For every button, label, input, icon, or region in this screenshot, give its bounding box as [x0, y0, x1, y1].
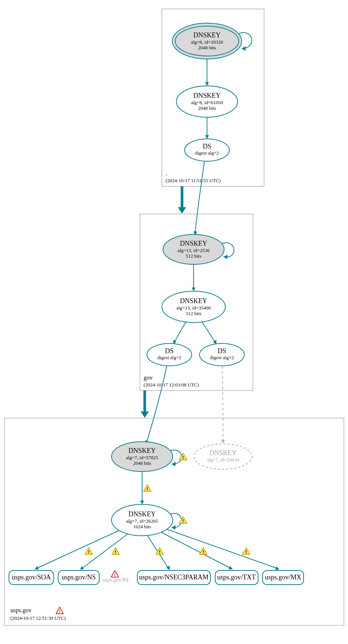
node-rr-ns: usps.gov/NS — [58, 570, 99, 585]
svg-text:!: ! — [88, 550, 90, 555]
svg-text:alg=13, id=2536: alg=13, id=2536 — [178, 248, 210, 253]
node-root-ksk: DNSKEY alg=8, id=20326 2048 bits — [172, 23, 242, 59]
svg-text:alg=7, id=26265: alg=7, id=26265 — [126, 518, 158, 524]
node-rr-soa: usps.gov/SOA — [9, 570, 54, 585]
svg-marker-10 — [205, 82, 209, 86]
svg-text:1024 bits: 1024 bits — [133, 524, 151, 529]
node-usps-ksk: DNSKEY alg=7, id=57825 2048 bits — [112, 442, 173, 472]
svg-marker-35 — [141, 411, 149, 418]
node-rr-ns-err: usps.gov/NS — [103, 577, 129, 583]
svg-text:alg=8, id=20326: alg=8, id=20326 — [191, 39, 223, 45]
warn-icon: ! — [242, 548, 250, 555]
svg-text:usps.gov/SOA: usps.gov/SOA — [12, 573, 51, 581]
svg-text:DNSKEY: DNSKEY — [128, 510, 156, 518]
svg-text:!: ! — [182, 519, 184, 524]
edge-zsk-mx — [167, 529, 278, 569]
svg-marker-63 — [80, 566, 84, 570]
svg-text:!: ! — [203, 550, 204, 555]
svg-text:DS: DS — [203, 143, 211, 150]
edge-zsk-txt — [162, 532, 231, 569]
zone-gov-ts: (2024-10-17 12:03:08 UTC) — [144, 382, 199, 388]
svg-text:digest alg=2: digest alg=2 — [157, 355, 181, 360]
svg-text:!: ! — [245, 550, 247, 555]
svg-marker-14 — [205, 135, 209, 139]
warn-icon: ! — [144, 485, 151, 492]
warn-icon: ! — [85, 548, 93, 555]
svg-marker-5 — [242, 46, 246, 51]
svg-text:alg=13, id=35496: alg=13, id=35496 — [176, 305, 211, 311]
svg-text:!: ! — [59, 609, 60, 614]
edge-gov-zsk-ds1 — [174, 321, 186, 342]
node-usps-zsk: DNSKEY alg=7, id=26265 1024 bits — [112, 504, 173, 536]
svg-text:2048 bits: 2048 bits — [133, 460, 151, 466]
zone-root-ts: (2024-10-17 11:51:55 UTC) — [166, 178, 221, 183]
node-gov-zsk: DNSKEY alg=13, id=35496 512 bits — [162, 291, 225, 323]
svg-text:usps.gov/NS: usps.gov/NS — [62, 573, 96, 581]
node-rr-nsec3: usps.gov/NSEC3PARAM — [137, 570, 210, 585]
svg-text:digest alg=2: digest alg=2 — [195, 150, 219, 156]
warn-icon: ! — [179, 517, 187, 524]
node-root-ds: DS digest alg=2 — [185, 139, 229, 161]
svg-text:usps.gov/NSEC3PARAM: usps.gov/NSEC3PARAM — [139, 573, 209, 581]
svg-text:2048 bits: 2048 bits — [198, 105, 216, 111]
svg-text:digest alg=2: digest alg=2 — [210, 355, 234, 360]
svg-text:usps.gov/TXT: usps.gov/TXT — [217, 573, 256, 581]
node-gov-ds1: DS digest alg=2 — [147, 343, 192, 366]
zone-gov-name: gov — [144, 374, 153, 381]
node-root-zsk: DNSKEY alg=8, id=61050 2048 bits — [176, 86, 238, 117]
svg-text:DNSKEY: DNSKEY — [209, 449, 236, 457]
svg-text:DNSKEY: DNSKEY — [128, 447, 156, 454]
warn-icon: ! — [179, 453, 187, 460]
svg-text:!: ! — [147, 486, 148, 492]
svg-text:!: ! — [115, 550, 116, 555]
svg-point-43 — [194, 444, 252, 469]
svg-marker-34 — [213, 340, 216, 344]
svg-text:512 bits: 512 bits — [186, 311, 201, 316]
svg-text:DNSKEY: DNSKEY — [193, 31, 220, 39]
svg-marker-50 — [140, 501, 144, 504]
svg-text:!: ! — [182, 455, 184, 460]
svg-text:DS: DS — [217, 347, 226, 355]
svg-text:2048 bits: 2048 bits — [198, 45, 216, 50]
warn-icon: ! — [200, 548, 207, 555]
svg-marker-42 — [172, 462, 176, 466]
warn-icon: ! — [112, 548, 119, 555]
svg-text:!: ! — [114, 572, 116, 578]
error-icon: ! — [111, 570, 119, 578]
svg-marker-66 — [275, 566, 279, 570]
edge-gov-zsk-ds2 — [202, 321, 215, 342]
node-usps-missing: DNSKEY alg=7, id=20034 — [194, 444, 252, 469]
svg-marker-15 — [178, 207, 186, 214]
svg-text:512 bits: 512 bits — [186, 253, 201, 259]
zone-usps-name: usps.gov — [10, 607, 31, 614]
svg-text:DNSKEY: DNSKEY — [180, 297, 207, 305]
svg-marker-21 — [223, 255, 228, 259]
zone-root-name: . — [166, 170, 167, 177]
edge-root-ds-govksk — [195, 161, 204, 233]
node-gov-ds2: DS digest alg=2 — [200, 343, 244, 366]
error-icon: ! — [56, 607, 63, 614]
svg-marker-26 — [192, 287, 195, 291]
node-rr-txt: usps.gov/TXT — [215, 570, 258, 585]
zone-usps-box — [4, 418, 344, 625]
edge-govds2-uspsmissing — [222, 366, 223, 442]
svg-marker-37 — [221, 440, 225, 444]
warn-icon: ! — [156, 548, 163, 555]
svg-text:!: ! — [159, 550, 160, 555]
svg-text:DNSKEY: DNSKEY — [193, 92, 220, 99]
svg-text:DNSKEY: DNSKEY — [180, 240, 207, 247]
zone-usps-ts: (2024-10-17 12:51:39 UTC) — [10, 615, 66, 621]
svg-text:alg=7, id=57825: alg=7, id=57825 — [126, 455, 158, 460]
svg-text:DS: DS — [165, 347, 173, 355]
svg-text:alg=7, id=20034: alg=7, id=20034 — [207, 457, 239, 463]
node-gov-ksk: DNSKEY alg=13, id=2536 512 bits — [163, 234, 224, 264]
svg-text:usps.gov/MX: usps.gov/MX — [265, 573, 301, 581]
svg-text:alg=8, id=61050: alg=8, id=61050 — [191, 100, 223, 105]
node-rr-mx: usps.gov/MX — [263, 570, 304, 585]
svg-marker-51 — [172, 525, 176, 530]
